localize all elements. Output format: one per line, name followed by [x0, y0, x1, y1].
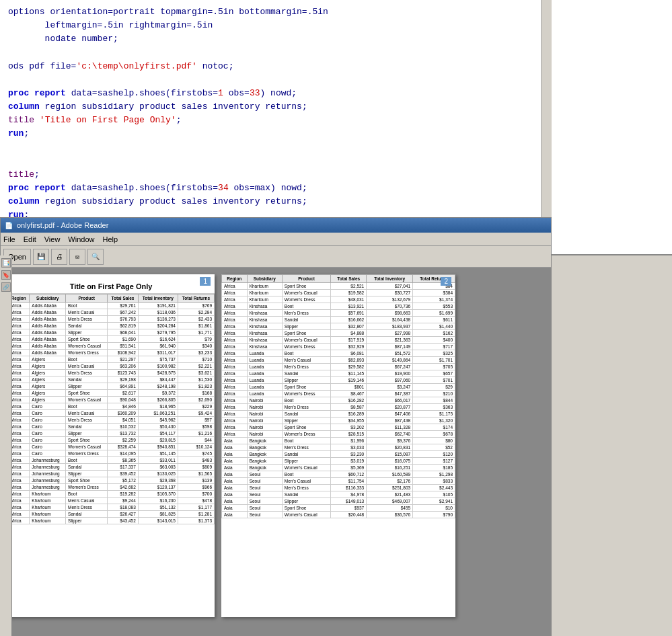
table-row: AfricaNairobiSandal$16,289$47,406$1,175 [222, 411, 455, 418]
left-sidebar: 📑 🔖 🔗 [0, 255, 12, 636]
table-row: AfricaKinshasaSlipper$32,807$183,937$1,4… [222, 323, 455, 330]
table-header-row: Region Subsidiary Product Total Sales To… [8, 294, 215, 303]
table-row: AfricaCairoMen's Casual$360,209$1,063,25… [8, 410, 215, 417]
table-row: AfricaLuandaMen's Dress$29,582$67,247$70… [222, 364, 455, 370]
table-row: AsiaBangkokSandal$3,230$15,087$120 [222, 451, 455, 458]
table-row: AfricaNairobiBoot$16,282$66,017$844 [222, 397, 455, 404]
page-2-table: Region Subsidiary Product Total Sales To… [221, 274, 455, 518]
table-row: AfricaKhartoumMen's Casual$9,244$16,230$… [8, 498, 215, 504]
sidebar-icon-3[interactable]: 🔗 [1, 282, 11, 292]
search-button[interactable]: 🔍 [87, 249, 104, 265]
menu-help[interactable]: Help [102, 235, 118, 243]
table-row: AfricaAlgiersSlipper$64,891$248,198$1,82… [8, 383, 215, 390]
table-row: AfricaLuandaSlipper$19,146$97,060$701 [222, 377, 455, 384]
table-row: AfricaJohannesburgSandal$17,337$63,003$8… [8, 464, 215, 471]
table-row: AfricaCairoSlipper$13,732$54,117$1,216 [8, 430, 215, 437]
save-button[interactable]: 💾 [33, 249, 49, 265]
table-row: AfricaJohannesburgWomen's Dress$42,682$1… [8, 484, 215, 491]
table-row: AfricaAddis AbabaMen's Dress$76,793$136,… [8, 316, 215, 323]
code-line-8: column region subsidiary product sales i… [8, 100, 664, 114]
code-line-1: options orientation=portrait topmargin=.… [8, 5, 664, 19]
reader-content: 1 Title on First Page Only Region Subsid… [1, 268, 551, 635]
sidebar-icon-2[interactable]: 🔖 [1, 270, 11, 280]
table-row: AfricaLuandaWomen's Dress$8,467$47,387$2… [222, 391, 455, 397]
table-row: AsiaBangkokSlipper$3,019$16,075$127 [222, 458, 455, 465]
table-row: AfricaAddis AbabaWomen's Casual$51,541$6… [8, 343, 215, 350]
col2-region: Region [222, 275, 248, 283]
table-row: AfricaAlgiersBoot$21,297$75,737$710 [8, 356, 215, 363]
menu-view[interactable]: View [44, 235, 61, 243]
code-line-6 [8, 73, 664, 87]
table-row: AfricaAddis AbabaBoot$29,761$191,821$769 [8, 303, 215, 309]
table-row: AfricaCairoSandal$10,532$50,430$598 [8, 424, 215, 430]
code-line-12 [8, 155, 664, 168]
table-row: AfricaAlgiersSport Shoe$2,617$9,372$168 [8, 390, 215, 397]
table-row: AfricaNairobiMen's Dress$8,587$20,877$36… [222, 404, 455, 411]
table-row: AsiaBangkokWomen's Casual$5,369$16,251$1… [222, 465, 455, 471]
code-line-3: nodate number; [8, 32, 664, 46]
table-row: AfricaKhartoumSport Shoe$2,521$27,041$84 [222, 283, 455, 290]
reader-window: 📄 onlyfirst.pdf - Adobe Reader File Edit… [0, 217, 552, 636]
sidebar-icon-1[interactable]: 📑 [1, 258, 11, 268]
menu-edit[interactable]: Edit [24, 235, 36, 243]
page-1-number: 1 [200, 277, 211, 286]
table-row: AfricaAddis AbabaMen's Casual$67,242$118… [8, 309, 215, 316]
col-subsidiary: Subsidiary [30, 294, 66, 303]
col2-sales: Total Sales [331, 275, 367, 283]
table-row: AsiaSeoulSandal$4,978$21,483$105 [222, 491, 455, 498]
table-row: AfricaAlgiersMen's Casual$63,206$100,982… [8, 363, 215, 370]
col-inventory: Total Inventory [138, 294, 178, 303]
reader-menubar[interactable]: File Edit View Window Help [1, 233, 551, 246]
table-row: AfricaKhartoumWomen's Dress$48,031$132,6… [222, 296, 455, 303]
code-line-11 [8, 141, 664, 154]
code-line-9: title 'Title on First Page Only'; [8, 114, 664, 127]
table-row: AfricaLuandaMen's Casual$62,893$149,864$… [222, 357, 455, 364]
code-line-15: column region subsidiary product sales i… [8, 195, 664, 208]
table-row: AfricaAddis AbabaWomen's Dress$108,942$3… [8, 350, 215, 356]
table-row: AfricaAlgiersWomen's Casual$90,648$266,8… [8, 397, 215, 403]
table-row: AfricaCairoBoot$4,846$18,965$229 [8, 403, 215, 410]
code-line-4 [8, 46, 664, 59]
table-row: AfricaLuandaBoot$6,081$51,572$325 [222, 350, 455, 357]
table-row: AfricaKinshasaWomen's Casual$17,919$21,3… [222, 337, 455, 344]
page-1-table: Region Subsidiary Product Total Sales To… [7, 294, 215, 524]
table-row: AfricaKinshasaMen's Dress$57,691$98,663$… [222, 310, 455, 317]
table-row: AsiaSeoulMen's Dress$116,333$251,803$2,4… [222, 485, 455, 491]
table-row: AfricaAlgiersMen's Dress$123,743$428,575… [8, 370, 215, 376]
reader-icon: 📄 [5, 222, 13, 229]
table-row: AfricaJohannesburgSport Shoe$5,172$29,36… [8, 477, 215, 484]
col2-subsidiary: Subsidiary [247, 275, 282, 283]
print-button[interactable]: 🖨 [51, 249, 67, 265]
table-row: AfricaAlgiersSandal$29,198$84,447$1,530 [8, 376, 215, 383]
code-line-7: proc report data=sashelp.shoes(firstobs=… [8, 87, 664, 100]
table-row: AfricaKinshasaBoot$13,921$70,736$553 [222, 303, 455, 310]
col-returns: Total Returns [178, 294, 214, 303]
table-row: AfricaAddis AbabaSport Shoe$1,690$16,624… [8, 336, 215, 343]
col-product: Product [66, 294, 108, 303]
code-line-5: ods pdf file='c:\temp\onlyfirst.pdf' not… [8, 60, 664, 73]
table-row: AfricaKhartoumSandal$26,427$81,825$1,281 [8, 511, 215, 518]
table-row: AfricaKinshasaSport Shoe$4,888$27,998$16… [222, 330, 455, 337]
reader-title: onlyfirst.pdf - Adobe Reader [17, 221, 108, 229]
table-2-header-row: Region Subsidiary Product Total Sales To… [222, 275, 455, 283]
table-row: AsiaSeoulWomen's Casual$20,448$36,576$79… [222, 512, 455, 518]
table-row: AsiaSeoulBoot$60,712$160,589$1,298 [222, 471, 455, 478]
menu-window[interactable]: Window [68, 235, 94, 243]
table-row: AsiaBangkokMen's Dress$3,033$20,831$52 [222, 444, 455, 451]
table-row: AfricaCairoMen's Dress$4,051$45,962$97 [8, 417, 215, 424]
table-row: AfricaJohannesburgBoot$8,365$33,011$483 [8, 457, 215, 464]
col2-product: Product [282, 275, 330, 283]
code-line-13: title; [8, 168, 664, 182]
menu-file[interactable]: File [3, 235, 15, 243]
table-row: AfricaLuandaSandal$11,145$19,900$657 [222, 370, 455, 377]
pdf-page-2: 2 Region Subsidiary Product Total Sales … [221, 274, 455, 617]
table-row: AfricaAddis AbabaSlipper$68,641$279,795$… [8, 329, 215, 336]
table-row: AfricaLuandaSport Shoe$801$3,247$29 [222, 384, 455, 391]
table-row: AfricaJohannesburgSlipper$39,452$130,025… [8, 471, 215, 477]
table-row: AfricaKhartoumWomen's Casual$19,582$30,7… [222, 290, 455, 296]
table-row: AsiaSeoulMen's Casual$11,754$2,176$833 [222, 478, 455, 485]
email-button[interactable]: ✉ [69, 249, 85, 265]
code-line-14: proc report data=sashelp.shoes(firstobs=… [8, 182, 664, 195]
pdf-page-1: 1 Title on First Page Only Region Subsid… [7, 274, 215, 617]
code-line-10: run; [8, 127, 664, 141]
